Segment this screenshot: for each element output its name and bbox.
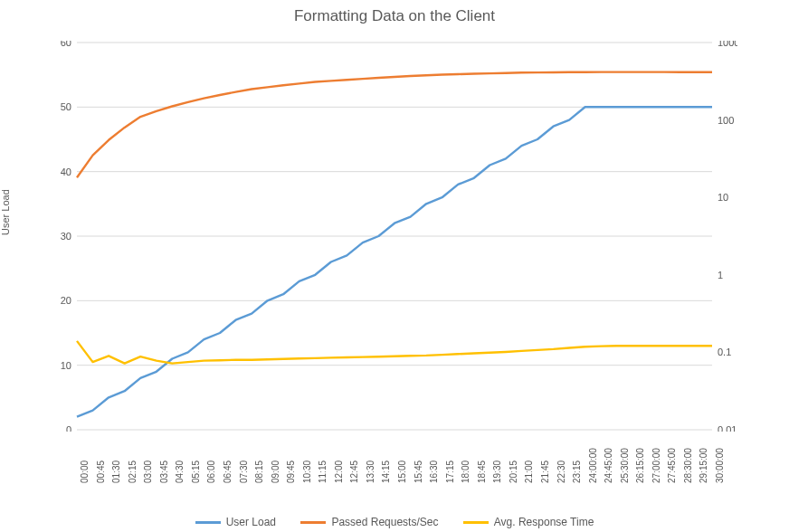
svg-text:60: 60	[61, 41, 71, 48]
svg-text:100: 100	[718, 115, 734, 126]
x-tick-label: 02:15	[128, 461, 134, 483]
x-tick-label: 21:00	[524, 461, 530, 483]
x-tick-label: 20:15	[509, 461, 515, 483]
x-tick-label: 24:45:00	[604, 448, 610, 483]
x-tick-label: 10:30	[302, 461, 309, 483]
y-left-axis-label: User Load	[0, 189, 11, 235]
svg-text:1000: 1000	[718, 41, 737, 48]
x-tick-label: 00:00	[80, 461, 86, 483]
x-tick-label: 21:45	[540, 461, 547, 483]
y-right-ticks: 0.010.11101001000	[718, 41, 737, 432]
x-tick-label: 14:15	[381, 461, 387, 483]
svg-text:1: 1	[718, 270, 723, 280]
x-tick-label: 18:00	[461, 461, 467, 483]
x-tick-label: 16:30	[429, 461, 435, 483]
x-tick-label: 30:00:00	[715, 448, 721, 483]
x-tick-label: 18:45	[477, 461, 483, 483]
svg-text:40: 40	[61, 166, 71, 177]
x-tick-label: 06:00	[206, 461, 213, 483]
legend-label: Avg. Response Time	[494, 516, 594, 528]
x-tick-label: 15:45	[414, 461, 420, 483]
x-tick-label: 27:45:00	[667, 448, 673, 483]
x-tick-label: 19:30	[492, 461, 499, 483]
svg-text:0.01: 0.01	[718, 424, 737, 432]
legend-item-user-load: User Load	[195, 516, 276, 528]
x-tick-label: 11:15	[318, 461, 324, 483]
chart-container: Formatting Data on the Client User Load …	[0, 0, 789, 532]
x-tick-label: 15:00	[397, 461, 404, 483]
y-left-ticks: 0102030405060	[61, 41, 71, 432]
x-tick-label: 09:45	[286, 461, 292, 483]
legend-swatch-icon	[463, 521, 489, 524]
gridlines	[77, 43, 712, 430]
x-tick-label: 13:30	[366, 461, 372, 483]
x-tick-label: 03:45	[159, 461, 166, 483]
x-tick-label: 22:30	[556, 461, 563, 483]
x-tick-label: 17:15	[445, 461, 452, 483]
x-tick-label: 09:00	[271, 461, 277, 483]
chart-title: Formatting Data on the Client	[0, 7, 789, 25]
x-tick-label: 01:30	[111, 461, 118, 483]
x-tick-label: 23:15	[572, 461, 578, 483]
legend-label: User Load	[226, 516, 276, 528]
legend-item-passed-requests: Passed Requests/Sec	[300, 516, 438, 528]
legend: User Load Passed Requests/Sec Avg. Respo…	[0, 514, 789, 529]
x-tick-label: 06:45	[223, 461, 229, 483]
svg-text:0: 0	[66, 424, 71, 432]
legend-swatch-icon	[300, 521, 326, 524]
svg-text:10: 10	[61, 360, 71, 371]
x-tick-label: 26:15:00	[635, 448, 642, 483]
x-tick-label: 25:30:00	[620, 448, 626, 483]
x-tick-label: 07:30	[239, 461, 245, 483]
svg-text:50: 50	[61, 101, 71, 112]
legend-item-avg-response: Avg. Response Time	[463, 516, 594, 528]
x-tick-label: 00:45	[96, 461, 102, 483]
x-tick-label: 05:15	[191, 461, 197, 483]
x-tick-label: 03:00	[143, 461, 149, 483]
x-tick-label: 12:45	[349, 461, 356, 483]
x-axis-labels: 00:0000:4501:3002:1503:0003:4504:3005:15…	[50, 433, 737, 506]
svg-text:30: 30	[61, 231, 71, 242]
svg-text:0.1: 0.1	[718, 347, 731, 357]
x-tick-label: 24:00:00	[588, 448, 594, 483]
legend-swatch-icon	[195, 521, 221, 524]
x-tick-label: 28:30:00	[683, 448, 689, 483]
svg-text:20: 20	[61, 295, 71, 306]
x-tick-label: 29:15:00	[699, 448, 705, 483]
svg-text:10: 10	[718, 192, 728, 203]
x-tick-label: 27:00:00	[651, 448, 658, 483]
plot-area: 0102030405060 0.010.11101001000	[50, 41, 737, 432]
x-tick-label: 08:15	[254, 461, 261, 483]
x-tick-label: 12:00	[334, 461, 340, 483]
legend-label: Passed Requests/Sec	[331, 516, 438, 528]
x-tick-label: 04:30	[175, 461, 181, 483]
